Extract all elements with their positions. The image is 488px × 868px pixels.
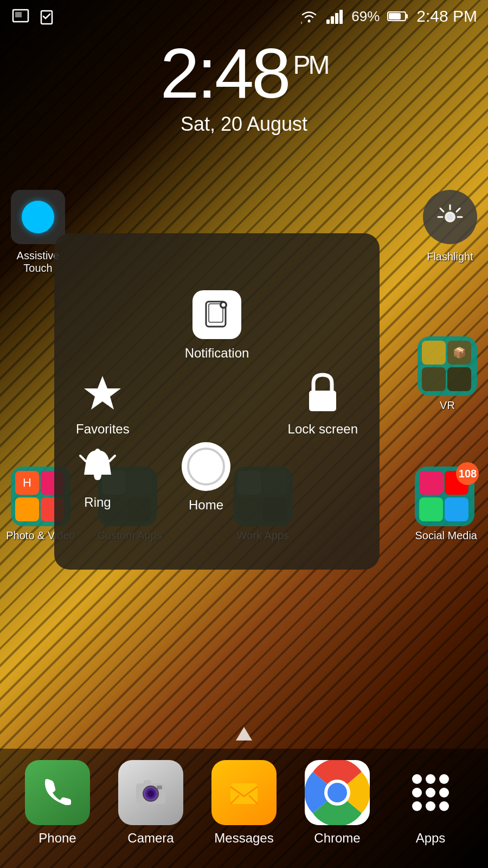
status-time: 2:48 PM [416, 7, 477, 25]
chrome-label: Chrome [314, 831, 360, 846]
svg-line-25 [80, 456, 86, 461]
notification-button[interactable]: Notification [185, 290, 249, 361]
svg-marker-23 [84, 376, 121, 410]
apps-label: Apps [416, 831, 446, 846]
svg-rect-7 [335, 13, 338, 24]
svg-point-27 [95, 449, 100, 454]
svg-point-32 [147, 790, 154, 797]
messages-label: Messages [214, 831, 273, 846]
vr-label: VR [418, 399, 477, 412]
camera-icon [118, 760, 183, 825]
notification-icon-box [192, 290, 241, 339]
phone-icon [25, 760, 90, 825]
svg-rect-34 [144, 780, 151, 784]
dock-chrome[interactable]: Chrome [305, 760, 370, 846]
lock-screen-button[interactable]: Lock screen [288, 372, 358, 437]
svg-line-15 [440, 208, 444, 212]
assistive-modal: Notification Favorites Lock screen [54, 233, 380, 570]
social-media-badge: 108 [456, 462, 479, 485]
phone-label: Phone [38, 831, 76, 846]
svg-rect-35 [230, 783, 258, 804]
clock-time: 2:48PM [0, 38, 488, 108]
ring-icon [76, 445, 119, 488]
vr-folder-container[interactable]: 📦 VR [418, 336, 477, 412]
favorites-button[interactable]: Favorites [76, 372, 130, 437]
status-right: 69% 2:48 PM [299, 7, 477, 25]
svg-point-3 [308, 20, 311, 23]
modal-middle-row: Favorites Lock screen [54, 372, 380, 437]
svg-rect-10 [406, 14, 408, 18]
svg-line-26 [110, 456, 115, 461]
signal-icon [326, 9, 344, 24]
svg-point-22 [221, 303, 225, 307]
clock-area: 2:48PM Sat, 20 August [0, 38, 488, 136]
ring-button[interactable]: Ring [76, 445, 119, 510]
social-media-folder: 108 [415, 467, 474, 526]
status-left-icons [11, 7, 56, 26]
svg-point-47 [412, 801, 422, 811]
social-media-label: Social Media [415, 529, 477, 542]
battery-icon [387, 10, 409, 22]
dock-messages[interactable]: Messages [211, 760, 277, 846]
lock-screen-icon [301, 372, 344, 415]
battery-percent: 69% [351, 8, 380, 25]
favorites-icon [81, 372, 124, 415]
home-indicator [233, 724, 255, 746]
dock-phone[interactable]: Phone [25, 760, 90, 846]
svg-rect-5 [326, 20, 330, 24]
svg-rect-11 [389, 13, 401, 20]
svg-marker-28 [236, 727, 252, 741]
clock-date: Sat, 20 August [0, 113, 488, 136]
dock-camera[interactable]: Camera [118, 760, 183, 846]
messages-icon [211, 760, 277, 825]
vr-folder: 📦 [418, 336, 477, 396]
svg-point-45 [426, 788, 435, 797]
svg-point-48 [426, 801, 435, 811]
svg-point-43 [439, 774, 449, 784]
dock: Phone Camera [0, 749, 488, 868]
svg-line-13 [457, 208, 460, 212]
svg-point-44 [412, 788, 422, 797]
svg-rect-6 [331, 16, 334, 24]
svg-point-18 [447, 214, 453, 220]
chrome-icon [305, 760, 370, 825]
assistive-touch-button[interactable] [11, 190, 65, 244]
modal-bottom-row: Ring Home [54, 442, 380, 513]
svg-point-46 [439, 788, 449, 797]
svg-point-42 [426, 774, 435, 784]
lock-screen-label: Lock screen [288, 422, 358, 437]
camera-label: Camera [127, 831, 174, 846]
svg-rect-1 [15, 12, 22, 17]
notification-label: Notification [185, 346, 249, 361]
svg-point-40 [328, 783, 347, 802]
status-bar: 69% 2:48 PM [0, 0, 488, 33]
svg-rect-33 [157, 786, 162, 789]
assistive-touch-inner [22, 201, 54, 233]
svg-point-41 [412, 774, 422, 784]
flashlight-button[interactable] [423, 190, 477, 244]
wifi-icon [299, 9, 319, 24]
home-button[interactable]: Home [182, 442, 230, 513]
dock-apps[interactable]: Apps [398, 760, 463, 846]
home-circle-icon [182, 442, 230, 491]
svg-rect-24 [309, 391, 336, 411]
ring-label: Ring [84, 495, 111, 510]
svg-rect-8 [339, 10, 343, 24]
social-media-container[interactable]: 108 Social Media [415, 467, 477, 542]
clipboard-icon [37, 7, 56, 26]
modal-notification-row: Notification [185, 290, 249, 361]
apps-icon [398, 760, 463, 825]
svg-point-49 [439, 801, 449, 811]
flashlight-label: Flashlight [418, 251, 483, 263]
screenshot-icon [11, 7, 30, 26]
favorites-label: Favorites [76, 422, 130, 437]
home-label: Home [189, 497, 223, 513]
